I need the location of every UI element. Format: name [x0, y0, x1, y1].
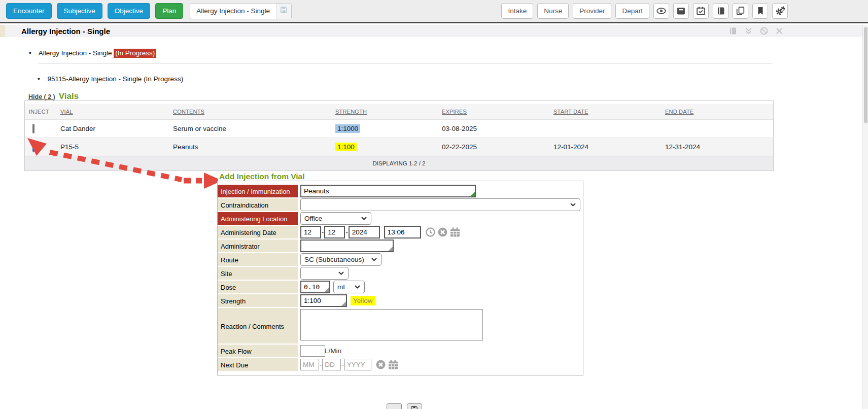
cell-expires: 03-08-2025	[438, 120, 549, 138]
next-due-day-input[interactable]	[322, 359, 341, 370]
administrator-label: Administrator	[218, 240, 298, 252]
bottom-save-button[interactable]	[407, 403, 422, 409]
injection-input[interactable]	[300, 185, 476, 197]
column-header-strength[interactable]: STRENGTH	[331, 104, 438, 120]
cell-end-date	[661, 120, 773, 138]
inject-checkbox-unchecked[interactable]	[32, 124, 34, 133]
journal-icon[interactable]	[713, 3, 728, 19]
column-header-contents[interactable]: CONTENTS	[169, 104, 331, 120]
calendar-check-icon[interactable]	[693, 3, 709, 19]
strength-label: Strength	[218, 294, 298, 307]
reaction-comments-label: Reaction / Comments	[218, 308, 298, 344]
scrollbar-thumb[interactable]	[864, 27, 867, 123]
circle-slash-icon[interactable]	[760, 27, 768, 35]
nav-button-subjective[interactable]: Subjective	[57, 3, 102, 19]
cell-expires: 02-22-2025	[438, 138, 549, 156]
template-selector[interactable]: Allergy Injection - Single	[190, 3, 292, 19]
chevron-down-icon	[355, 285, 360, 289]
cell-start-date: 12-01-2024	[549, 138, 661, 156]
administering-date-label: Administering Date	[218, 226, 298, 238]
admin-date-month-input[interactable]	[300, 226, 321, 238]
column-header-inject: INJECT	[25, 104, 56, 120]
administering-location-label: Administering Location	[218, 212, 298, 225]
next-due-month-input[interactable]	[300, 359, 319, 370]
hide-vials-link[interactable]: Hide ( 2 )	[28, 93, 55, 100]
toolbar-right-cluster: Intake Nurse Provider Depart	[501, 3, 788, 19]
vials-header-row: INJECT VIAL CONTENTS STRENGTH EXPIRES ST…	[25, 104, 773, 120]
stage-button-depart[interactable]: Depart	[615, 3, 649, 19]
bottom-action-button[interactable]	[387, 403, 402, 409]
nav-button-objective[interactable]: Objective	[108, 3, 150, 19]
cell-contents: Serum or vaccine	[169, 120, 331, 138]
page-title: Allergy Injection - Single	[21, 27, 110, 36]
dose-input[interactable]	[300, 281, 330, 293]
admin-time-input[interactable]	[384, 226, 421, 238]
pages-icon[interactable]	[729, 27, 737, 35]
nav-button-encounter[interactable]: Encounter	[6, 3, 52, 19]
injection-label: Injection / Immunization	[218, 185, 298, 197]
clear-date-icon[interactable]	[376, 360, 386, 369]
admin-date-day-input[interactable]	[324, 226, 345, 238]
encounter-list-item: • Allergy Injection - Single (In Progres…	[29, 49, 156, 57]
column-header-end-date[interactable]: END DATE	[661, 104, 773, 120]
route-select[interactable]: SC (Subcutaneous)	[300, 253, 381, 266]
clear-date-icon[interactable]	[438, 227, 447, 237]
gears-icon[interactable]	[772, 3, 788, 19]
chevron-down-icon	[371, 258, 377, 261]
nav-button-plan[interactable]: Plan	[155, 3, 183, 19]
peak-flow-input[interactable]	[300, 345, 325, 357]
chevron-down-icon	[361, 217, 367, 220]
add-injection-heading: Add Injection from Vial	[218, 172, 310, 181]
double-chevron-down-icon[interactable]	[745, 27, 752, 35]
column-header-expires[interactable]: EXPIRES	[438, 104, 549, 120]
bookmark-icon[interactable]	[752, 3, 768, 19]
strength-input[interactable]	[300, 294, 347, 307]
bullet-dot: •	[38, 75, 40, 83]
vials-table-container: INJECT VIAL CONTENTS STRENGTH EXPIRES ST…	[24, 100, 774, 171]
vials-section-title: Hide ( 2 ) Vials	[27, 91, 83, 101]
peak-flow-label: Peak Flow	[218, 345, 298, 357]
vials-table: INJECT VIAL CONTENTS STRENGTH EXPIRES ST…	[25, 104, 773, 171]
cell-strength: 1:1000	[331, 120, 438, 138]
next-due-label: Next Due	[218, 358, 298, 371]
site-select[interactable]	[300, 267, 349, 280]
stage-button-intake[interactable]: Intake	[501, 3, 533, 19]
dose-unit-select[interactable]: mL	[333, 281, 365, 293]
site-label: Site	[218, 267, 298, 280]
cell-strength: 1:100	[331, 138, 438, 156]
close-icon[interactable]	[776, 27, 783, 35]
copy-icon[interactable]	[733, 3, 748, 19]
column-header-vial[interactable]: VIAL	[56, 104, 169, 120]
peak-flow-unit: L/Min	[325, 347, 341, 355]
cell-vial: Cat Dander	[56, 120, 169, 138]
vials-heading: Vials	[59, 91, 79, 101]
stage-button-provider[interactable]: Provider	[573, 3, 611, 19]
status-badge: (In Progress)	[114, 49, 156, 58]
calendar-icon[interactable]	[388, 360, 398, 369]
admin-date-year-input[interactable]	[349, 226, 380, 238]
vertical-scrollbar[interactable]	[862, 25, 868, 409]
reaction-comments-textarea[interactable]	[300, 309, 483, 340]
table-row: Cat Dander Serum or vaccine 1:1000 03-08…	[25, 120, 773, 138]
inject-checkbox-checked[interactable]	[32, 142, 34, 152]
contraindication-select[interactable]	[300, 198, 580, 211]
save-floppy-icon	[411, 405, 418, 409]
stage-button-nurse[interactable]: Nurse	[537, 3, 569, 19]
administering-location-select[interactable]: Office	[300, 212, 371, 225]
column-header-start-date[interactable]: START DATE	[549, 104, 661, 120]
divider	[38, 63, 772, 63]
eye-icon[interactable]	[653, 3, 669, 19]
next-due-year-input[interactable]	[344, 359, 371, 370]
calendar-icon[interactable]	[450, 227, 460, 237]
panel-header: Allergy Injection - Single	[0, 25, 868, 37]
left-margin-strip	[0, 25, 5, 37]
administrator-input[interactable]	[300, 240, 394, 252]
clock-icon[interactable]	[426, 227, 435, 237]
cell-vial: P15-5	[56, 138, 169, 156]
archive-icon[interactable]	[673, 3, 689, 19]
route-label: Route	[218, 253, 298, 266]
template-save-button[interactable]	[276, 4, 291, 19]
encounter-item-label: Allergy Injection - Single	[39, 49, 112, 57]
save-floppy-icon	[280, 6, 288, 16]
top-toolbar: Encounter Subjective Objective Plan Alle…	[0, 0, 868, 23]
